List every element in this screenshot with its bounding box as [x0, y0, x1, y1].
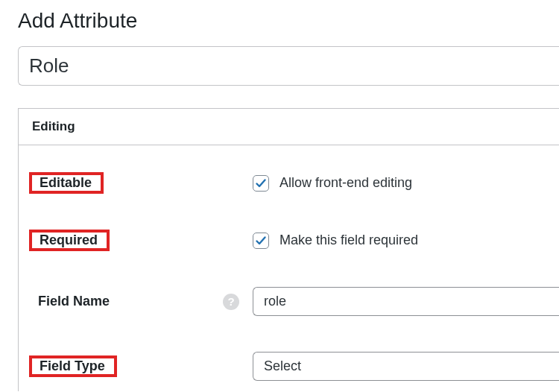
row-editable: Editable Allow front-end editing — [19, 159, 559, 216]
editable-checkbox[interactable] — [253, 175, 269, 192]
panel-header: Editing — [19, 109, 559, 145]
editable-label: Editable — [32, 171, 101, 195]
field-type-label-highlight: Field Type — [29, 355, 117, 377]
help-icon[interactable]: ? — [223, 294, 239, 310]
row-field-name: Field Name ? — [19, 274, 559, 338]
check-icon — [255, 235, 267, 247]
required-label-highlight: Required — [29, 230, 110, 251]
editing-panel: Editing Editable Allow front-end editing — [18, 108, 559, 391]
required-checkbox[interactable] — [253, 233, 269, 249]
editable-checkbox-label: Allow front-end editing — [280, 175, 412, 191]
page-title: Add Attribute — [18, 9, 559, 33]
required-checkbox-label: Make this field required — [280, 233, 418, 248]
check-icon — [255, 177, 267, 189]
field-type-label: Field Type — [32, 354, 114, 378]
attribute-title-input[interactable] — [18, 46, 559, 86]
field-name-label: Field Name — [29, 289, 119, 314]
editable-label-highlight: Editable — [29, 172, 104, 194]
row-field-type: Field Type Select — [19, 338, 559, 391]
row-required: Required Make this field required — [19, 216, 559, 274]
field-type-select[interactable]: Select — [253, 352, 559, 381]
required-label: Required — [32, 228, 107, 252]
field-type-select-value: Select — [264, 358, 301, 374]
field-name-input[interactable] — [253, 287, 559, 316]
